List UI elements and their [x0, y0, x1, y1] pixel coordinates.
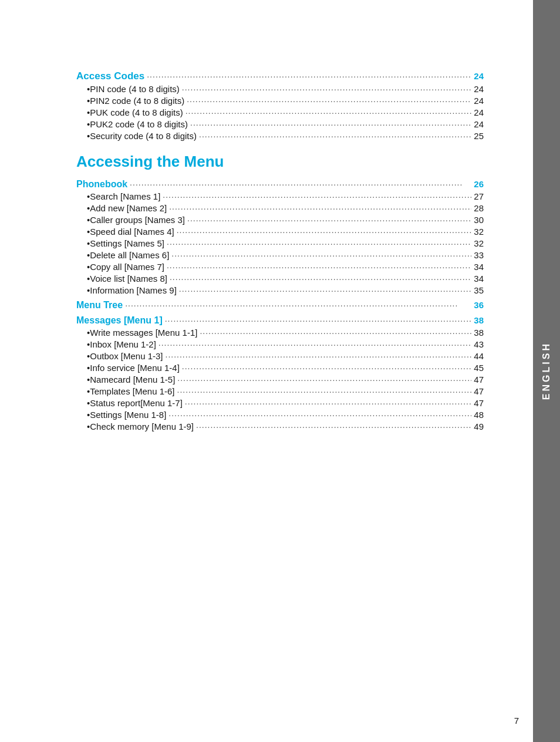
phonebook-heading-row: Phonebook 26: [76, 179, 484, 190]
phonebook-dots: [130, 180, 471, 189]
dots: [187, 96, 471, 106]
item-label: Search [Names 1]: [90, 191, 160, 201]
item-page: 34: [474, 274, 484, 284]
item-label: Add new [Names 2]: [90, 203, 167, 213]
list-item: • Speed dial [Names 4] 32: [87, 227, 484, 237]
messages-heading: Messages [Menu 1]: [76, 315, 163, 326]
menu-tree-heading: Menu Tree: [76, 300, 123, 311]
list-item: • Namecard [Menu 1-5] 47: [87, 375, 484, 385]
list-item: • Voice list [Names 8] 34: [87, 274, 484, 284]
item-label: Information [Names 9]: [90, 285, 177, 295]
messages-section: Messages [Menu 1] 38 • Write messages [M…: [76, 315, 484, 431]
item-label: Write messages [Menu 1-1]: [90, 328, 197, 338]
dots: [185, 108, 472, 117]
item-label: PIN code (4 to 8 digits): [90, 84, 180, 94]
item-label: Inbox [Menu 1-2]: [90, 339, 156, 349]
accessing-menu-section: Accessing the Menu Phonebook 26 • Search…: [76, 153, 484, 431]
list-item: • Search [Names 1] 27: [87, 191, 484, 201]
list-item: • Copy all [Names 7] 34: [87, 262, 484, 272]
list-item: • PIN code (4 to 8 digits) 24: [87, 84, 484, 94]
access-codes-section: Access Codes 24 • PIN code (4 to 8 digit…: [76, 70, 484, 141]
item-page: 30: [474, 215, 484, 225]
item-page: 28: [474, 203, 484, 213]
menu-tree-heading-row: Menu Tree 36: [76, 300, 484, 311]
item-label: Settings [Menu 1-8]: [90, 410, 166, 420]
item-page: 25: [474, 131, 484, 141]
messages-page: 38: [474, 315, 484, 325]
list-item: • Settings [Menu 1-8] 48: [87, 410, 484, 420]
item-label: PIN2 code (4 to 8 digits): [90, 96, 184, 106]
item-page: 35: [474, 285, 484, 295]
item-page: 49: [474, 421, 484, 431]
list-item: • Status report[Menu 1-7] 47: [87, 398, 484, 408]
item-page: 43: [474, 339, 484, 349]
list-item: • Templates [Menu 1-6] 47: [87, 386, 484, 396]
menu-tree-page: 36: [474, 300, 484, 310]
access-codes-heading-row: Access Codes 24: [76, 70, 484, 82]
page: Access Codes 24 • PIN code (4 to 8 digit…: [0, 0, 560, 742]
item-label: Templates [Menu 1-6]: [90, 386, 174, 396]
item-page: 48: [474, 410, 484, 420]
access-codes-items: • PIN code (4 to 8 digits) 24 • PIN2 cod…: [76, 84, 484, 141]
access-codes-dots: [147, 72, 471, 81]
item-page: 24: [474, 107, 484, 117]
phonebook-page: 26: [474, 179, 484, 189]
list-item: • PUK2 code (4 to 8 digits) 24: [87, 119, 484, 129]
list-item: • Security code (4 to 8 digits) 25: [87, 131, 484, 141]
dots: [182, 85, 471, 94]
list-item: • PUK code (4 to 8 digits) 24: [87, 107, 484, 117]
messages-heading-row: Messages [Menu 1] 38: [76, 315, 484, 326]
list-item: • PIN2 code (4 to 8 digits) 24: [87, 96, 484, 106]
messages-dots: [165, 316, 472, 325]
dots: [199, 131, 471, 141]
list-item: • Information [Names 9] 35: [87, 285, 484, 295]
item-page: 47: [474, 375, 484, 385]
page-number: 7: [514, 716, 519, 726]
item-label: Settings [Names 5]: [90, 238, 164, 248]
item-page: 24: [474, 119, 484, 129]
item-page: 32: [474, 227, 484, 237]
item-page: 32: [474, 238, 484, 248]
item-page: 33: [474, 250, 484, 260]
item-label: Copy all [Names 7]: [90, 262, 164, 272]
item-label: Voice list [Names 8]: [90, 274, 167, 284]
phonebook-items: • Search [Names 1] 27 • Add new [Names 2…: [76, 191, 484, 295]
list-item: • Caller groups [Names 3] 30: [87, 215, 484, 225]
access-codes-page: 24: [474, 71, 484, 81]
list-item: • Outbox [Menu 1-3] 44: [87, 351, 484, 361]
item-page: 34: [474, 262, 484, 272]
dots: [190, 120, 471, 129]
menu-tree-section: Menu Tree 36: [76, 300, 484, 311]
item-page: 24: [474, 84, 484, 94]
phonebook-section: Phonebook 26 • Search [Names 1] 27 • Add…: [76, 179, 484, 295]
item-label: Delete all [Names 6]: [90, 250, 169, 260]
item-page: 47: [474, 398, 484, 408]
access-codes-heading: Access Codes: [76, 70, 144, 82]
menu-tree-dots: [125, 301, 471, 310]
list-item: • Info service [Menu 1-4] 45: [87, 363, 484, 373]
side-label-panel: ENGLISH: [533, 0, 560, 742]
item-page: 44: [474, 351, 484, 361]
item-label: Info service [Menu 1-4]: [90, 363, 180, 373]
accessing-menu-heading: Accessing the Menu: [76, 153, 484, 171]
item-label: Namecard [Menu 1-5]: [90, 375, 175, 385]
item-page: 45: [474, 363, 484, 373]
item-label: Security code (4 to 8 digits): [90, 131, 197, 141]
side-label-text: ENGLISH: [541, 342, 552, 400]
item-label: Speed dial [Names 4]: [90, 227, 174, 237]
item-label: Caller groups [Names 3]: [90, 215, 185, 225]
phonebook-heading: Phonebook: [76, 179, 127, 190]
item-page: 47: [474, 386, 484, 396]
item-label: Status report[Menu 1-7]: [90, 398, 183, 408]
item-page: 27: [474, 191, 484, 201]
item-page: 24: [474, 96, 484, 106]
list-item: • Write messages [Menu 1-1] 38: [87, 328, 484, 338]
list-item: • Settings [Names 5] 32: [87, 238, 484, 248]
item-label: PUK code (4 to 8 digits): [90, 107, 183, 117]
list-item: • Delete all [Names 6] 33: [87, 250, 484, 260]
item-page: 38: [474, 328, 484, 338]
item-label: PUK2 code (4 to 8 digits): [90, 119, 188, 129]
list-item: • Check memory [Menu 1-9] 49: [87, 421, 484, 431]
list-item: • Inbox [Menu 1-2] 43: [87, 339, 484, 349]
item-label: Check memory [Menu 1-9]: [90, 421, 194, 431]
